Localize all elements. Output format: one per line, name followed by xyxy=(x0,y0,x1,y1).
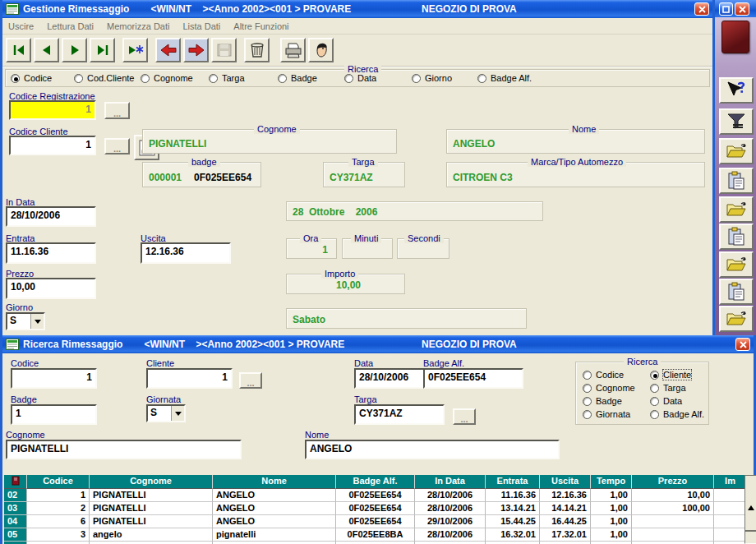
cognome-input[interactable]: PIGNATELLI xyxy=(6,440,242,459)
main-close-button[interactable] xyxy=(694,2,709,16)
badge-alf-input[interactable]: 0F025EE654 xyxy=(423,368,523,389)
col-header-badge-alf[interactable]: Badge Alf. xyxy=(336,475,415,489)
background-window-titlebar[interactable] xyxy=(715,0,756,17)
radio-icon xyxy=(141,74,150,83)
table-row[interactable]: 03 2 PIGNATELLI ANGELO 0F025EE654 28/10/… xyxy=(4,502,756,515)
codice-cliente-lookup-button[interactable]: ... xyxy=(104,138,130,154)
paste-clipboard-button[interactable] xyxy=(719,168,754,194)
new-record-button[interactable] xyxy=(122,38,148,62)
radio-data[interactable]: Data xyxy=(650,396,682,406)
back-button[interactable] xyxy=(155,38,181,62)
secondi-label: Secondi xyxy=(404,233,444,243)
radio-badge-alf[interactable]: Badge Alf. xyxy=(477,73,532,83)
nome-input[interactable]: ANGELO xyxy=(305,440,560,459)
print-button[interactable] xyxy=(280,38,306,62)
radio-icon xyxy=(583,371,592,380)
giorno-esteso-value: Sabato xyxy=(293,314,325,325)
ora-value: 1 xyxy=(322,244,328,256)
delete-button[interactable] xyxy=(244,38,270,62)
targa-input[interactable]: CY371AZ xyxy=(354,404,445,425)
menu-lettura-dati[interactable]: Lettura Dati xyxy=(47,21,94,31)
open-folder-button[interactable] xyxy=(719,251,754,278)
open-folder-button[interactable] xyxy=(719,196,754,223)
cliente-input[interactable]: 1 xyxy=(146,368,233,389)
menu-altre-funzioni[interactable]: Altre Funzioni xyxy=(233,21,288,31)
radio-cognome[interactable]: Cognome xyxy=(141,73,193,83)
next-record-button[interactable] xyxy=(62,38,87,62)
paste-clipboard-button[interactable] xyxy=(719,224,754,250)
col-header-in-data[interactable]: In Data xyxy=(415,475,486,489)
codice-cliente-input[interactable]: 1 xyxy=(9,136,96,155)
codice-registrazione-input[interactable]: 1 xyxy=(9,100,96,120)
filter-button[interactable] xyxy=(719,108,754,135)
scroll-position-marker[interactable] xyxy=(748,505,754,510)
radio-giornata[interactable]: Giornata xyxy=(583,409,630,419)
radio-codice[interactable]: Codice xyxy=(11,73,52,83)
giornata-combo[interactable]: S xyxy=(146,404,186,422)
col-header-codice[interactable]: Codice xyxy=(27,475,90,489)
in-data-input[interactable]: 28/10/2006 xyxy=(6,206,96,227)
restore-window-button[interactable] xyxy=(719,2,733,16)
radio-badge-alf[interactable]: Badge Alf. xyxy=(650,409,704,419)
table-scrollbar[interactable] xyxy=(744,475,756,544)
nome-label: Nome xyxy=(569,124,599,134)
close-icon xyxy=(740,341,747,348)
col-header-tempo[interactable]: Tempo xyxy=(591,475,632,489)
previous-record-button[interactable] xyxy=(34,38,59,62)
radio-codice[interactable]: Codice xyxy=(583,370,624,380)
forward-button[interactable] xyxy=(183,38,209,62)
menu-lista-dati[interactable]: Lista Dati xyxy=(182,21,220,31)
col-header-nome[interactable]: Nome xyxy=(213,475,336,489)
open-folder-button[interactable] xyxy=(719,306,754,332)
radio-cliente[interactable]: Cliente xyxy=(650,370,691,380)
customer-button[interactable] xyxy=(308,38,334,62)
targa-box: Targa CY371AZ xyxy=(323,162,405,187)
col-header-uscita[interactable]: Uscita xyxy=(540,475,591,489)
search-close-button[interactable] xyxy=(735,338,750,351)
table-row[interactable]: 05 3 angelo pignatelli 0F025EE8BA 28/10/… xyxy=(4,528,756,542)
menu-memorizza-dati[interactable]: Memorizza Dati xyxy=(107,21,169,31)
search-titlebar[interactable]: Ricerca Rimessaggio <WIN/NT ><Anno 2002>… xyxy=(2,335,754,353)
uscita-input[interactable]: 12.16.36 xyxy=(141,242,231,264)
paste-clipboard-button[interactable] xyxy=(719,279,754,305)
background-close-button[interactable] xyxy=(735,2,749,16)
open-folder-button[interactable] xyxy=(719,138,754,164)
help-pointer-button[interactable] xyxy=(719,77,754,104)
codice-registrazione-lookup-button[interactable]: ... xyxy=(104,102,130,119)
table-row[interactable]: 02 1 PIGNATELLI ANGELO 0F025EE654 28/10/… xyxy=(4,489,756,502)
next-record-icon xyxy=(67,43,83,58)
radio-icon xyxy=(344,74,353,83)
targa-lookup-button[interactable]: ... xyxy=(453,408,476,425)
combo-dropdown-button[interactable] xyxy=(30,314,44,329)
entrata-input[interactable]: 11.16.36 xyxy=(6,242,96,264)
col-header-cognome[interactable]: Cognome xyxy=(90,475,213,489)
open-folder-icon xyxy=(726,201,747,218)
radio-badge[interactable]: Badge xyxy=(278,73,317,83)
col-header-prezzo[interactable]: Prezzo xyxy=(632,475,714,489)
radio-cod-cliente[interactable]: Cod.Cliente xyxy=(74,73,134,83)
radio-badge[interactable]: Badge xyxy=(583,396,622,406)
col-header-entrata[interactable]: Entrata xyxy=(486,475,540,489)
prezzo-input[interactable]: 10,00 xyxy=(6,278,96,299)
ricerca-group-label: Ricerca xyxy=(624,357,661,367)
combo-dropdown-button[interactable] xyxy=(171,406,184,421)
giorno-combo[interactable]: S xyxy=(6,312,45,330)
last-record-button[interactable] xyxy=(90,38,115,62)
radio-targa[interactable]: Targa xyxy=(650,383,686,393)
col-header-importo[interactable]: Im xyxy=(714,475,746,489)
codice-input[interactable]: 1 xyxy=(11,368,97,389)
marca-label: Marca/Tipo Automezzo xyxy=(528,157,626,167)
table-row[interactable]: 04 6 PIGNATELLI ANGELO 0F025EE654 29/10/… xyxy=(4,515,756,528)
save-button[interactable] xyxy=(211,38,237,62)
badge-input[interactable]: 1 xyxy=(11,404,97,425)
main-titlebar[interactable]: Gestione Rimessaggio <WIN/NT ><Anno 2002… xyxy=(2,0,712,18)
cliente-lookup-button[interactable]: ... xyxy=(239,372,262,389)
radio-targa[interactable]: Targa xyxy=(209,73,245,83)
first-record-button[interactable] xyxy=(6,38,31,62)
app-form-icon xyxy=(6,3,19,15)
radio-giorno[interactable]: Giorno xyxy=(412,73,452,83)
menu-uscire[interactable]: Uscire xyxy=(8,21,34,31)
radio-cognome[interactable]: Cognome xyxy=(583,383,635,393)
window-shop-name: NEGOZIO DI PROVA xyxy=(422,3,517,15)
radio-data[interactable]: Data xyxy=(344,73,376,83)
